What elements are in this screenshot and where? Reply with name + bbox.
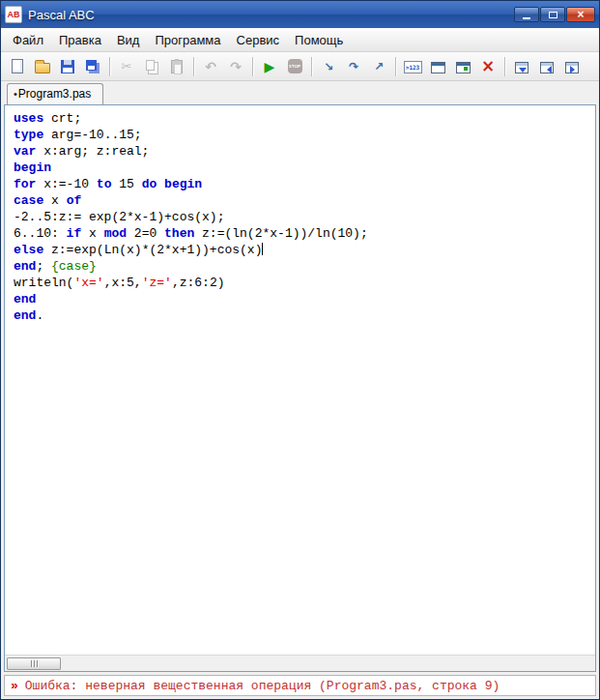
tab-program3[interactable]: • Program3.pas <box>7 83 103 104</box>
save-file-icon <box>61 60 74 73</box>
code-line-13: end. <box>14 307 593 324</box>
new-file-button[interactable] <box>6 55 29 78</box>
modules-window-icon <box>456 62 471 73</box>
editor-frame: uses crt;type arg=-10..15;var x:arg; z:r… <box>4 104 596 672</box>
show-output-panel-icon <box>565 62 579 73</box>
code-editor[interactable]: uses crt;type arg=-10..15;var x:arg; z:r… <box>5 105 595 655</box>
cut-button[interactable] <box>115 55 138 78</box>
menu-help[interactable]: Помощь <box>287 29 351 51</box>
maximize-button[interactable] <box>540 7 565 22</box>
output-window-button[interactable] <box>426 55 449 78</box>
code-line-5: for x:=-10 to 15 do begin <box>14 176 593 192</box>
show-debug-panel-icon <box>515 62 529 73</box>
run-icon <box>265 59 275 74</box>
step-over-button[interactable] <box>342 55 365 78</box>
close-output-window-button[interactable] <box>476 55 500 78</box>
menu-program[interactable]: Программа <box>147 29 228 51</box>
code-line-4: begin <box>14 160 593 176</box>
step-out-icon <box>374 59 384 73</box>
toolbar-separator <box>252 57 253 76</box>
maximize-icon <box>549 12 557 18</box>
menu-file[interactable]: Файл <box>5 29 51 51</box>
step-into-icon <box>324 59 333 73</box>
redo-button[interactable] <box>224 55 247 78</box>
run-button[interactable] <box>258 55 281 78</box>
close-icon: × <box>577 9 584 20</box>
close-button[interactable]: × <box>566 7 595 22</box>
minimize-button[interactable] <box>514 7 539 22</box>
new-file-icon <box>12 59 23 73</box>
code-line-1: uses crt; <box>14 110 593 127</box>
copy-button[interactable] <box>140 55 163 78</box>
undo-icon <box>205 59 216 74</box>
titlebar[interactable]: AB Pascal ABC × <box>1 1 599 28</box>
paste-button[interactable] <box>165 55 188 78</box>
open-file-icon <box>35 63 50 73</box>
paste-icon <box>171 60 183 73</box>
show-debug-panel-button[interactable] <box>510 55 533 78</box>
code-line-9: else z:=exp(Ln(x)*(2*x+1))+cos(x) <box>14 242 593 258</box>
text-caret <box>262 243 263 255</box>
app-icon: AB <box>5 6 22 23</box>
show-watch-panel-icon <box>540 62 554 73</box>
redo-icon <box>230 59 242 74</box>
error-status-bar: » Ошибка: неверная вещественная операция… <box>4 675 596 696</box>
error-marker: » <box>11 679 18 693</box>
stop-icon <box>288 59 302 73</box>
window-controls: × <box>513 7 595 22</box>
toolbar-separator <box>109 57 110 76</box>
open-file-button[interactable] <box>31 55 54 78</box>
scrollbar-grip <box>34 660 35 667</box>
tab-modified-marker: • <box>14 88 17 100</box>
save-all-icon <box>86 60 97 71</box>
window-title: Pascal ABC <box>28 8 95 22</box>
scrollbar-thumb[interactable] <box>7 657 61 670</box>
toolbar-separator <box>193 57 194 76</box>
cut-icon <box>122 59 132 73</box>
code-line-12: end <box>14 291 593 307</box>
code-line-3: var x:arg; z:real; <box>14 143 593 160</box>
code-line-6: case x of <box>14 192 593 209</box>
step-out-button[interactable] <box>367 55 390 78</box>
menubar: ФайлПравкаВидПрограммаСервисПомощь <box>1 28 599 52</box>
output-window-icon <box>431 62 445 73</box>
stop-button[interactable] <box>283 55 306 78</box>
menu-edit[interactable]: Правка <box>51 29 109 51</box>
copy-icon <box>146 60 155 71</box>
toolbar-separator <box>395 57 396 76</box>
toolbar <box>1 52 599 81</box>
step-over-icon <box>349 59 358 73</box>
tabbar: • Program3.pas <box>1 81 599 104</box>
step-into-button[interactable] <box>317 55 340 78</box>
toolbar-separator <box>504 57 505 76</box>
scrollbar-grip <box>31 660 32 667</box>
code-line-2: type arg=-10..15; <box>14 127 593 143</box>
close-output-window-icon <box>481 59 495 74</box>
code-line-8: 6..10: if x mod 2=0 then z:=(ln(2*x-1))/… <box>14 225 593 242</box>
code-line-7: -2..5:z:= exp(2*x-1)+cos(x); <box>14 209 593 225</box>
minimize-icon <box>523 17 530 19</box>
show-watch-panel-button[interactable] <box>535 55 558 78</box>
menu-service[interactable]: Сервис <box>229 29 288 51</box>
scrollbar-grip <box>37 660 38 667</box>
evaluate-expression-button[interactable] <box>401 55 424 78</box>
save-all-button[interactable] <box>81 55 104 78</box>
code-line-11: writeln('x=',x:5,'z=',z:6:2) <box>14 275 593 291</box>
evaluate-expression-icon <box>404 61 422 73</box>
pascal-abc-window: AB Pascal ABC × ФайлПравкаВидПрограммаСе… <box>0 0 600 700</box>
code-line-10: end; {case} <box>14 258 593 275</box>
show-output-panel-button[interactable] <box>560 55 584 78</box>
toolbar-separator <box>311 57 312 76</box>
save-file-button[interactable] <box>56 55 79 78</box>
horizontal-scrollbar[interactable] <box>5 655 595 671</box>
error-message: Ошибка: неверная вещественная операция (… <box>25 679 500 693</box>
menu-view[interactable]: Вид <box>109 29 148 51</box>
modules-window-button[interactable] <box>451 55 474 78</box>
tab-label: Program3.pas <box>18 87 91 101</box>
undo-button[interactable] <box>199 55 222 78</box>
